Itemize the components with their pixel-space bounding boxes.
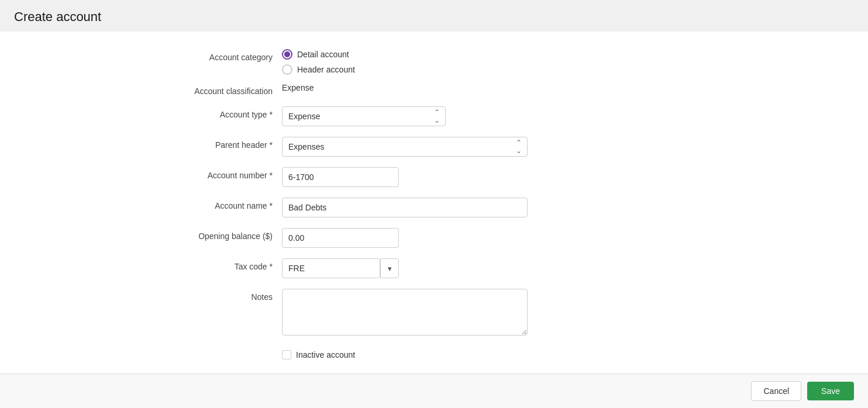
main-content: Account category Detail account Header a… [0,32,868,374]
account-category-row: Account category Detail account Header a… [153,49,715,75]
account-name-row: Account name * [153,198,715,217]
cancel-button[interactable]: Cancel [751,381,801,401]
account-classification-value: Expense [282,83,539,92]
notes-control [282,289,539,337]
account-number-label: Account number * [165,167,282,180]
account-category-group: Detail account Header account [282,49,539,75]
opening-balance-label: Opening balance ($) [165,228,282,241]
radio-detail-label: Detail account [297,50,349,59]
footer-bar: Cancel Save [0,374,868,408]
radio-header-label: Header account [297,65,355,74]
opening-balance-row: Opening balance ($) [153,228,715,248]
account-classification-row: Account classification Expense [153,83,715,96]
tax-code-chevron-icon: ▾ [388,264,392,273]
tax-code-control: ▾ [282,258,539,278]
notes-row: Notes [153,289,715,337]
parent-header-label: Parent header * [165,137,282,150]
notes-textarea[interactable] [282,289,528,336]
account-name-control [282,198,539,217]
account-name-label: Account name * [165,198,282,210]
page-title: Create account [14,9,854,25]
inactive-account-spacer [165,348,282,351]
opening-balance-input[interactable] [282,228,399,248]
radio-detail-account[interactable]: Detail account [282,49,539,60]
account-name-input[interactable] [282,198,528,217]
tax-code-label: Tax code * [165,258,282,271]
inactive-account-row: Inactive account [153,348,715,359]
tax-code-dropdown-button[interactable]: ▾ [380,258,399,278]
account-classification-label: Account classification [165,83,282,96]
radio-header-account[interactable]: Header account [282,64,539,75]
inactive-account-label: Inactive account [296,350,355,359]
parent-header-select[interactable]: Expenses Income Assets Liabilities [282,137,528,157]
tax-code-input[interactable] [282,258,380,278]
account-number-input[interactable] [282,167,399,187]
account-type-wrapper: Expense Income Asset Liability Equity ⌃⌄ [282,106,446,126]
inactive-account-control: Inactive account [282,348,539,359]
radio-header-input[interactable] [282,64,292,75]
account-category-label: Account category [165,49,282,62]
account-type-control: Expense Income Asset Liability Equity ⌃⌄ [282,106,539,126]
tax-code-wrapper: ▾ [282,258,399,278]
form-container: Account category Detail account Header a… [153,49,715,359]
notes-label: Notes [165,289,282,302]
header-bar: Create account [0,0,868,32]
account-number-control [282,167,539,187]
tax-code-row: Tax code * ▾ [153,258,715,278]
parent-header-control: Expenses Income Assets Liabilities ⌃⌄ [282,137,539,157]
account-type-label: Account type * [165,106,282,119]
page-container: Create account Account category Detail a… [0,0,868,408]
save-button[interactable]: Save [807,382,854,400]
radio-detail-input[interactable] [282,49,292,60]
inactive-account-checkbox-row[interactable]: Inactive account [282,350,539,359]
parent-header-row: Parent header * Expenses Income Assets L… [153,137,715,157]
inactive-account-checkbox[interactable] [282,350,291,359]
account-type-row: Account type * Expense Income Asset Liab… [153,106,715,126]
account-number-row: Account number * [153,167,715,187]
account-classification-text: Expense [282,79,314,92]
parent-header-wrapper: Expenses Income Assets Liabilities ⌃⌄ [282,137,528,157]
opening-balance-control [282,228,539,248]
account-type-select[interactable]: Expense Income Asset Liability Equity [282,106,446,126]
